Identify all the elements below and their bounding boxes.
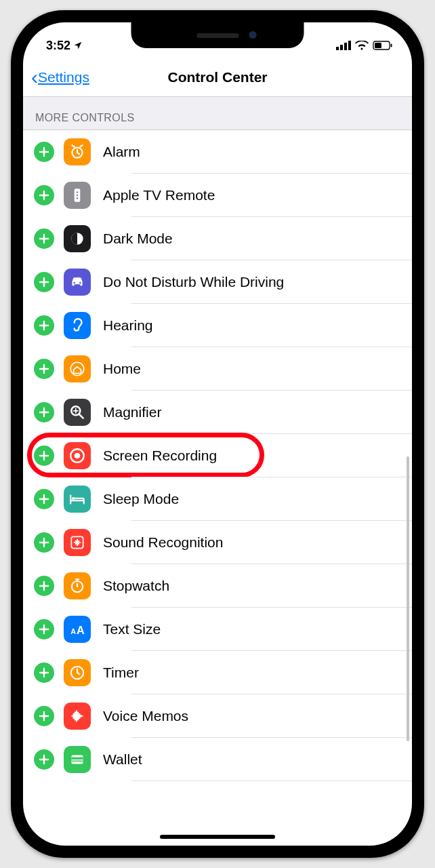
svg-point-18: [75, 453, 81, 459]
alarm-icon: [64, 138, 91, 165]
add-button[interactable]: [34, 446, 54, 466]
controls-list[interactable]: AlarmApple TV RemoteDark ModeDo Not Dist…: [23, 130, 412, 845]
control-row-magnifier[interactable]: Magnifier: [23, 391, 412, 434]
svg-point-19: [72, 497, 75, 500]
control-label: Stopwatch: [103, 578, 169, 594]
location-icon: [73, 41, 83, 50]
control-label: Timer: [103, 665, 139, 681]
svg-point-13: [73, 282, 75, 284]
control-row-timer[interactable]: Timer: [23, 651, 412, 694]
control-label: Do Not Disturb While Driving: [103, 274, 284, 290]
wallet-icon: [64, 746, 91, 773]
add-button[interactable]: [34, 359, 54, 379]
control-label: Voice Memos: [103, 708, 188, 724]
control-label: Hearing: [103, 317, 153, 334]
back-label: Settings: [38, 69, 89, 85]
timer-icon: [64, 659, 91, 686]
svg-rect-26: [71, 757, 83, 760]
add-button[interactable]: [34, 663, 54, 683]
remote-icon: [64, 182, 91, 209]
control-row-darkmode[interactable]: Dark Mode: [23, 217, 412, 260]
status-time: 3:52: [46, 39, 70, 53]
control-row-car[interactable]: Do Not Disturb While Driving: [23, 260, 412, 304]
stopwatch-icon: [64, 572, 91, 599]
scroll-indicator: [407, 456, 409, 741]
control-label: Screen Recording: [103, 448, 217, 464]
svg-point-10: [77, 195, 79, 197]
control-label: Apple TV Remote: [103, 187, 215, 203]
home-indicator[interactable]: [160, 835, 275, 839]
control-row-alarm[interactable]: Alarm: [23, 130, 412, 174]
magnifier-icon: [64, 399, 91, 426]
control-row-ear[interactable]: Hearing: [23, 304, 412, 347]
svg-rect-6: [391, 44, 392, 47]
svg-rect-27: [71, 760, 83, 762]
control-row-voice[interactable]: Voice Memos: [23, 694, 412, 738]
control-row-home[interactable]: Home: [23, 347, 412, 391]
control-label: Sound Recognition: [103, 534, 223, 551]
control-label: Sleep Mode: [103, 491, 179, 507]
control-row-record[interactable]: Screen Recording: [23, 434, 412, 477]
home-icon: [64, 355, 91, 382]
car-icon: [64, 269, 91, 296]
svg-point-9: [77, 191, 79, 193]
svg-rect-3: [348, 41, 351, 50]
add-button[interactable]: [34, 532, 54, 553]
svg-text:A: A: [77, 624, 85, 636]
record-icon: [64, 442, 91, 469]
svg-rect-5: [375, 43, 381, 48]
control-label: Dark Mode: [103, 231, 173, 247]
control-row-bed[interactable]: Sleep Mode: [23, 477, 412, 521]
back-button[interactable]: ‹ Settings: [31, 67, 89, 87]
add-button[interactable]: [34, 489, 54, 509]
add-button[interactable]: [34, 402, 54, 422]
svg-rect-0: [336, 47, 339, 50]
control-label: Home: [103, 361, 141, 377]
svg-text:A: A: [70, 627, 76, 635]
svg-point-14: [79, 282, 81, 284]
textsize-icon: AA: [64, 616, 91, 643]
control-row-sound[interactable]: Sound Recognition: [23, 521, 412, 564]
svg-point-11: [77, 197, 79, 199]
chevron-left-icon: ‹: [31, 67, 38, 87]
battery-icon: [373, 41, 393, 50]
svg-rect-1: [340, 45, 343, 50]
control-label: Alarm: [103, 144, 140, 160]
control-label: Wallet: [103, 751, 142, 768]
svg-rect-2: [344, 43, 347, 50]
darkmode-icon: [64, 225, 91, 252]
sound-icon: [64, 529, 91, 556]
add-button[interactable]: [34, 619, 54, 639]
screen: 3:52 ‹ Settings: [23, 22, 412, 846]
wifi-icon: [355, 41, 369, 50]
control-row-textsize[interactable]: AAText Size: [23, 608, 412, 651]
cellular-icon: [336, 41, 351, 50]
add-button[interactable]: [34, 315, 54, 336]
section-header: MORE CONTROLS: [23, 97, 412, 130]
add-button[interactable]: [34, 576, 54, 596]
ear-icon: [64, 312, 91, 339]
control-row-stopwatch[interactable]: Stopwatch: [23, 564, 412, 608]
bed-icon: [64, 486, 91, 513]
add-button[interactable]: [34, 706, 54, 726]
notch: [131, 22, 304, 48]
add-button[interactable]: [34, 185, 54, 205]
control-row-wallet[interactable]: Wallet: [23, 738, 412, 781]
control-row-remote[interactable]: Apple TV Remote: [23, 174, 412, 217]
nav-bar: ‹ Settings Control Center: [23, 58, 412, 97]
phone-frame: 3:52 ‹ Settings: [11, 10, 424, 858]
control-label: Magnifier: [103, 404, 161, 420]
add-button[interactable]: [34, 749, 54, 770]
control-label: Text Size: [103, 621, 161, 637]
add-button[interactable]: [34, 272, 54, 292]
add-button[interactable]: [34, 142, 54, 162]
voice-icon: [64, 703, 91, 730]
add-button[interactable]: [34, 229, 54, 249]
